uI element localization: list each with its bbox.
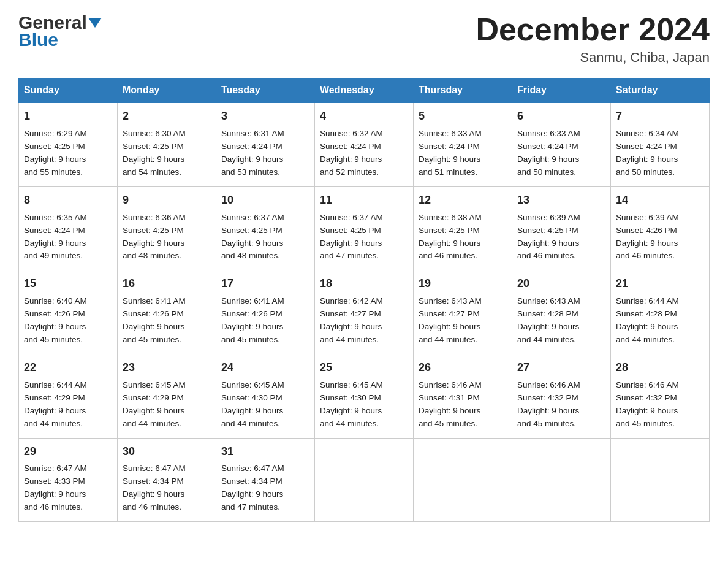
sunset-text: Sunset: 4:25 PM	[221, 224, 309, 237]
sunset-text: Sunset: 4:26 PM	[24, 308, 112, 321]
column-header-saturday: Saturday	[611, 79, 710, 103]
daylight-text2: and 46 minutes.	[616, 250, 704, 262]
calendar-cell: 31Sunrise: 6:47 AMSunset: 4:34 PMDayligh…	[216, 438, 315, 522]
calendar-cell: 5Sunrise: 6:33 AMSunset: 4:24 PMDaylight…	[414, 102, 512, 186]
daylight-text: Daylight: 9 hours	[616, 153, 704, 166]
sunset-text: Sunset: 4:26 PM	[221, 308, 309, 321]
day-number: 21	[616, 275, 704, 293]
calendar-cell: 12Sunrise: 6:38 AMSunset: 4:25 PMDayligh…	[414, 186, 512, 270]
day-number: 11	[320, 192, 408, 209]
sunrise-text: Sunrise: 6:42 AM	[320, 295, 408, 308]
page-header: General Blue December 2024 Sanmu, Chiba,…	[18, 12, 710, 66]
calendar-cell: 2Sunrise: 6:30 AMSunset: 4:25 PMDaylight…	[118, 102, 216, 186]
sunrise-text: Sunrise: 6:46 AM	[616, 379, 704, 392]
calendar-cell: 25Sunrise: 6:45 AMSunset: 4:30 PMDayligh…	[315, 354, 414, 438]
day-number: 12	[419, 192, 507, 209]
daylight-text: Daylight: 9 hours	[616, 405, 704, 418]
daylight-text2: and 54 minutes.	[123, 166, 211, 179]
calendar-cell: 6Sunrise: 6:33 AMSunset: 4:24 PMDaylight…	[512, 102, 611, 186]
calendar-cell: 23Sunrise: 6:45 AMSunset: 4:29 PMDayligh…	[118, 354, 216, 438]
day-number: 15	[24, 275, 112, 293]
sunrise-text: Sunrise: 6:40 AM	[24, 295, 112, 308]
sunrise-text: Sunrise: 6:46 AM	[517, 379, 605, 392]
daylight-text2: and 45 minutes.	[221, 334, 309, 347]
sunrise-text: Sunrise: 6:31 AM	[221, 128, 309, 140]
sunset-text: Sunset: 4:24 PM	[419, 140, 507, 153]
calendar-cell: 26Sunrise: 6:46 AMSunset: 4:31 PMDayligh…	[414, 354, 512, 438]
sunrise-text: Sunrise: 6:34 AM	[616, 128, 704, 140]
sunset-text: Sunset: 4:29 PM	[24, 392, 112, 405]
calendar-cell: 8Sunrise: 6:35 AMSunset: 4:24 PMDaylight…	[19, 186, 118, 270]
calendar-cell: 30Sunrise: 6:47 AMSunset: 4:34 PMDayligh…	[118, 438, 216, 522]
daylight-text2: and 44 minutes.	[320, 418, 408, 431]
calendar-cell: 1Sunrise: 6:29 AMSunset: 4:25 PMDaylight…	[19, 102, 118, 186]
daylight-text2: and 44 minutes.	[123, 418, 211, 431]
daylight-text: Daylight: 9 hours	[221, 321, 309, 334]
sunrise-text: Sunrise: 6:46 AM	[419, 379, 507, 392]
daylight-text2: and 46 minutes.	[123, 501, 211, 514]
daylight-text: Daylight: 9 hours	[123, 405, 211, 418]
sunrise-text: Sunrise: 6:29 AM	[24, 128, 112, 140]
calendar-title: December 2024	[476, 12, 710, 47]
week-row-5: 29Sunrise: 6:47 AMSunset: 4:33 PMDayligh…	[19, 438, 710, 522]
calendar-cell: 24Sunrise: 6:45 AMSunset: 4:30 PMDayligh…	[216, 354, 315, 438]
calendar-cell: 13Sunrise: 6:39 AMSunset: 4:25 PMDayligh…	[512, 186, 611, 270]
daylight-text: Daylight: 9 hours	[517, 237, 605, 250]
sunset-text: Sunset: 4:24 PM	[320, 140, 408, 153]
daylight-text2: and 51 minutes.	[419, 166, 507, 179]
daylight-text: Daylight: 9 hours	[221, 237, 309, 250]
calendar-cell: 19Sunrise: 6:43 AMSunset: 4:27 PMDayligh…	[414, 270, 512, 354]
sunset-text: Sunset: 4:24 PM	[517, 140, 605, 153]
daylight-text2: and 44 minutes.	[320, 334, 408, 347]
day-number: 30	[123, 443, 211, 461]
sunrise-text: Sunrise: 6:45 AM	[123, 379, 211, 392]
sunrise-text: Sunrise: 6:38 AM	[419, 212, 507, 224]
day-number: 6	[517, 108, 605, 125]
daylight-text2: and 49 minutes.	[24, 250, 112, 262]
sunrise-text: Sunrise: 6:35 AM	[24, 212, 112, 224]
calendar-cell: 14Sunrise: 6:39 AMSunset: 4:26 PMDayligh…	[611, 186, 710, 270]
daylight-text: Daylight: 9 hours	[419, 321, 507, 334]
daylight-text: Daylight: 9 hours	[24, 321, 112, 334]
sunrise-text: Sunrise: 6:44 AM	[616, 295, 704, 308]
sunset-text: Sunset: 4:32 PM	[517, 392, 605, 405]
sunset-text: Sunset: 4:27 PM	[320, 308, 408, 321]
day-number: 5	[419, 108, 507, 125]
week-row-4: 22Sunrise: 6:44 AMSunset: 4:29 PMDayligh…	[19, 354, 710, 438]
calendar-cell: 16Sunrise: 6:41 AMSunset: 4:26 PMDayligh…	[118, 270, 216, 354]
daylight-text: Daylight: 9 hours	[419, 153, 507, 166]
daylight-text2: and 47 minutes.	[221, 501, 309, 514]
daylight-text2: and 55 minutes.	[24, 166, 112, 179]
day-number: 17	[221, 275, 309, 293]
day-number: 23	[123, 359, 211, 377]
calendar-cell: 22Sunrise: 6:44 AMSunset: 4:29 PMDayligh…	[19, 354, 118, 438]
day-number: 31	[221, 443, 309, 461]
daylight-text2: and 53 minutes.	[221, 166, 309, 179]
sunset-text: Sunset: 4:30 PM	[221, 392, 309, 405]
sunrise-text: Sunrise: 6:41 AM	[123, 295, 211, 308]
daylight-text2: and 45 minutes.	[123, 334, 211, 347]
daylight-text2: and 47 minutes.	[320, 250, 408, 262]
daylight-text2: and 44 minutes.	[419, 334, 507, 347]
daylight-text: Daylight: 9 hours	[616, 321, 704, 334]
calendar-cell	[512, 438, 611, 522]
sunrise-text: Sunrise: 6:45 AM	[320, 379, 408, 392]
daylight-text2: and 52 minutes.	[320, 166, 408, 179]
week-row-1: 1Sunrise: 6:29 AMSunset: 4:25 PMDaylight…	[19, 102, 710, 186]
sunrise-text: Sunrise: 6:33 AM	[419, 128, 507, 140]
sunrise-text: Sunrise: 6:47 AM	[221, 462, 309, 475]
sunset-text: Sunset: 4:25 PM	[24, 140, 112, 153]
sunset-text: Sunset: 4:25 PM	[320, 224, 408, 237]
sunset-text: Sunset: 4:28 PM	[616, 308, 704, 321]
day-number: 8	[24, 192, 112, 209]
day-number: 22	[24, 359, 112, 377]
sunrise-text: Sunrise: 6:32 AM	[320, 128, 408, 140]
day-number: 7	[616, 108, 704, 125]
calendar-cell: 18Sunrise: 6:42 AMSunset: 4:27 PMDayligh…	[315, 270, 414, 354]
column-header-tuesday: Tuesday	[216, 79, 315, 103]
sunrise-text: Sunrise: 6:47 AM	[123, 462, 211, 475]
header-row: SundayMondayTuesdayWednesdayThursdayFrid…	[19, 79, 710, 103]
daylight-text: Daylight: 9 hours	[24, 153, 112, 166]
column-header-sunday: Sunday	[19, 79, 118, 103]
day-number: 26	[419, 359, 507, 377]
